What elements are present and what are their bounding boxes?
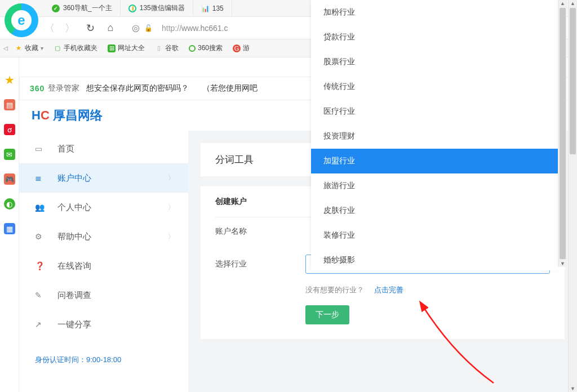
- reload-icon[interactable]: ↻: [85, 22, 96, 34]
- banner-note: （若您使用网吧: [202, 83, 258, 93]
- browser-logo: e: [5, 3, 38, 37]
- scroll-up-icon[interactable]: ▲: [558, 1, 567, 6]
- scroll-down-icon[interactable]: ▼: [569, 386, 577, 391]
- dropdown-option[interactable]: 医疗行业: [311, 99, 559, 124]
- home-icon[interactable]: ⌂: [105, 22, 116, 34]
- chevron-down-icon: ▾: [41, 45, 43, 51]
- bookmark-item[interactable]: G游: [229, 43, 253, 53]
- dropdown-option[interactable]: 加粉行业: [311, 0, 559, 25]
- favicon: [128, 5, 136, 12]
- back-icon[interactable]: 〈: [44, 21, 55, 35]
- browser-tab[interactable]: 135微信编辑器: [121, 0, 193, 16]
- sidebar-item[interactable]: ↗一键分享: [19, 310, 188, 339]
- chevron-right-icon: 〉: [168, 232, 175, 242]
- mail-icon[interactable]: ✉: [4, 149, 15, 160]
- scroll-up-icon[interactable]: ▲: [569, 1, 577, 6]
- page-scrollbar[interactable]: ▲ ▼: [568, 0, 577, 392]
- site-logo[interactable]: HC 厚昌网络: [32, 107, 103, 124]
- sidebar-item[interactable]: ≣账户中心〉: [19, 163, 188, 193]
- bookmark-item[interactable]: ▢手机收藏夹: [50, 43, 101, 53]
- menu-icon: 👥: [35, 203, 45, 212]
- sidebar-item[interactable]: 👥个人中心〉: [19, 193, 188, 222]
- field-label-industry: 选择行业: [215, 259, 283, 269]
- bookmark-item[interactable]: ⊞网址大全: [104, 43, 148, 53]
- sidebar-item[interactable]: ❓在线咨询: [19, 251, 188, 280]
- menu-label: 一键分享: [57, 319, 91, 330]
- bookmark-item[interactable]: ▯谷歌: [152, 43, 182, 53]
- menu-label: 帮助中心: [57, 231, 91, 242]
- dropdown-option[interactable]: 皮肤行业: [311, 198, 559, 223]
- field-label-name: 账户名称: [215, 226, 283, 237]
- menu-icon: ≣: [35, 173, 45, 182]
- dropdown-option[interactable]: 贷款行业: [311, 25, 559, 50]
- menu-icon: ↗: [35, 320, 45, 329]
- game-icon[interactable]: 🎮: [4, 173, 15, 185]
- note-icon[interactable]: ▦: [4, 223, 15, 234]
- sidebar-item[interactable]: ⚙帮助中心〉: [19, 222, 188, 251]
- tab-label: 135微信编辑器: [140, 3, 185, 13]
- bookmark-fav[interactable]: ★ 收藏 ▾: [11, 43, 47, 53]
- bookmark-label: 谷歌: [165, 43, 179, 53]
- chevron-right-icon: 〉: [168, 173, 175, 183]
- star-icon: ★: [15, 44, 23, 52]
- scroll-down-icon[interactable]: ▼: [558, 261, 567, 266]
- browser-tab[interactable]: ✓ 360导航_一个主: [44, 0, 121, 16]
- chevron-right-icon: 〉: [168, 203, 175, 212]
- tab-label: 135: [212, 5, 224, 12]
- dropdown-option[interactable]: 股票行业: [311, 50, 559, 74]
- sidebar-item[interactable]: ▭首页: [19, 134, 188, 163]
- dropdown-option[interactable]: 投资理财: [311, 124, 559, 149]
- bookmark-label: 网址大全: [118, 43, 145, 53]
- bookmark-label: 360搜索: [198, 43, 223, 53]
- menu-label: 问卷调查: [57, 290, 91, 301]
- banner-text: 想安全保存此网页的密码吗？: [86, 83, 189, 93]
- bookmark-label: 手机收藏夹: [64, 43, 97, 53]
- globe-icon[interactable]: ◐: [4, 198, 15, 210]
- bookmark-label: 游: [243, 43, 250, 53]
- menu-label: 个人中心: [57, 202, 91, 213]
- dropdown-option[interactable]: 加盟行业: [311, 149, 559, 173]
- url-rest: www.hc661.c: [181, 24, 228, 33]
- menu-label: 首页: [57, 144, 74, 154]
- menu-icon: ✎: [35, 291, 45, 300]
- favicon: 📊: [201, 5, 209, 12]
- scrollbar-thumb[interactable]: [570, 8, 576, 154]
- sidebar-item[interactable]: ✎问卷调查: [19, 280, 188, 310]
- dropdown-option[interactable]: 婚纱摄影: [311, 248, 559, 273]
- auth-time: 身份认证时间：9:00-18:00: [19, 339, 188, 381]
- menu-icon: ▭: [35, 144, 45, 153]
- url-prefix: http://: [162, 24, 181, 33]
- phone-icon: ▢: [54, 44, 61, 52]
- sidebar: ▭首页≣账户中心〉👥个人中心〉⚙帮助中心〉❓在线咨询✎问卷调查↗一键分享 身份认…: [19, 131, 188, 392]
- dropdown-option[interactable]: 装修行业: [311, 223, 559, 248]
- g-icon: G: [233, 44, 241, 52]
- weibo-icon[interactable]: ơ: [4, 124, 15, 135]
- banner-logo: 360: [30, 84, 45, 93]
- dropdown-scrollbar[interactable]: ▲ ▼: [558, 0, 567, 267]
- tab-label: 360导航_一个主: [63, 3, 112, 13]
- menu-icon: ⚙: [35, 232, 45, 241]
- bookmark-label: 收藏: [25, 43, 38, 53]
- site-logo-text: 厚昌网络: [53, 107, 103, 124]
- compass-icon: ◎: [132, 23, 140, 33]
- address-icons: ◎ 🔓: [132, 23, 153, 33]
- doc-icon[interactable]: ▤: [4, 99, 15, 110]
- hint-link[interactable]: 点击完善: [374, 286, 403, 294]
- industry-dropdown[interactable]: 加粉行业贷款行业股票行业传统行业医疗行业投资理财加盟行业旅游行业皮肤行业装修行业…: [311, 0, 559, 270]
- bookmark-item[interactable]: 360搜索: [185, 43, 226, 53]
- scrollbar-thumb[interactable]: [560, 8, 566, 259]
- address-url[interactable]: http://www.hc661.c: [162, 24, 228, 33]
- menu-icon: ❓: [35, 261, 45, 270]
- browser-tab[interactable]: 📊 135: [193, 0, 232, 16]
- next-button[interactable]: 下一步: [305, 305, 349, 324]
- star-icon[interactable]: ★: [4, 74, 15, 86]
- banner-mgr: 登录管家: [48, 83, 79, 93]
- hint-row: 没有想要的行业？ 点击完善: [215, 283, 550, 295]
- dropdown-option[interactable]: 旅游行业: [311, 173, 559, 198]
- dropdown-option[interactable]: 传统行业: [311, 74, 559, 99]
- circle-icon: [189, 45, 196, 52]
- left-icon-strip: ★ ▤ ơ ✉ 🎮 ◐ ▦: [0, 57, 19, 392]
- forward-icon[interactable]: 〉: [64, 21, 76, 35]
- chevron-left-icon[interactable]: ◁: [3, 45, 8, 51]
- shield-icon: 🔓: [144, 24, 153, 32]
